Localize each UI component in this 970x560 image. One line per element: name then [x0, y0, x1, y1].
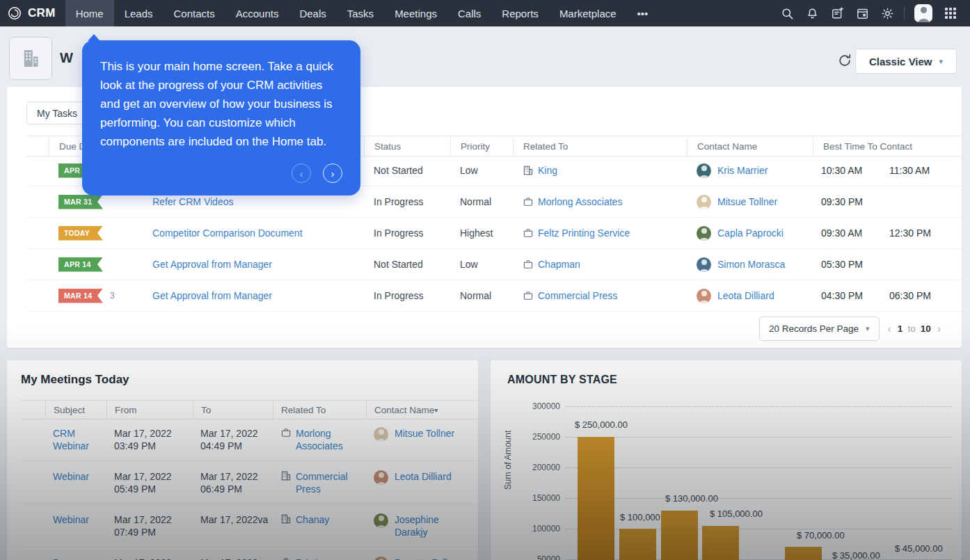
task-subject-link[interactable]: Refer CRM Videos	[152, 196, 233, 207]
tasks-filter-dropdown[interactable]: My Tasks	[26, 102, 88, 125]
related-to-link[interactable]: Commercial Press	[296, 470, 362, 495]
task-subject-link[interactable]: Get Approval from Manager	[152, 290, 272, 301]
task-priority-cell: Normal	[450, 290, 513, 301]
contact-name-link[interactable]: Leota Dilliard	[395, 470, 452, 483]
contact-name-link[interactable]: Mitsue Tollner	[717, 196, 777, 207]
tasks-column-header-priority[interactable]: Priority	[450, 136, 513, 156]
records-per-page-dropdown[interactable]: 20 Records Per Page ▾	[759, 317, 880, 341]
bar-value-label: $ 35,000.00	[832, 550, 880, 560]
pagination-prev-icon[interactable]: ‹	[886, 323, 893, 335]
task-related-to-cell: Feltz Printing Service	[513, 227, 687, 239]
meeting-subject-link[interactable]: Webinar	[53, 513, 89, 526]
contact-name-link[interactable]: Simon Morasca	[717, 259, 785, 270]
account-building-icon	[280, 470, 292, 481]
meeting-subject-link[interactable]: Webinar	[53, 470, 89, 483]
search-icon[interactable]	[774, 0, 800, 26]
meeting-to-cell: Mar 17, 2022va	[193, 504, 273, 547]
task-priority-cell: Low	[450, 165, 513, 176]
meetings-column-header-from[interactable]: From	[106, 401, 193, 419]
best-time-start: 05:30 PM	[821, 259, 889, 270]
nav-tab-tasks[interactable]: Tasks	[337, 0, 384, 26]
chart-bar[interactable]	[578, 437, 614, 560]
contact-name-link[interactable]: Capla Paprocki	[717, 227, 784, 239]
pagination-range-start: 1	[898, 323, 903, 334]
crm-brand[interactable]: CRM	[0, 0, 65, 26]
settings-gear-icon[interactable]	[875, 0, 900, 26]
contact-avatar	[374, 557, 388, 560]
related-to-link[interactable]: Chanay	[296, 513, 329, 526]
meetings-table-header: SubjectFromToRelated ToContact Name ▾	[21, 400, 478, 419]
meeting-subject-link[interactable]: Demo	[53, 557, 79, 560]
meetings-column-header-contact-name[interactable]: Contact Name ▾	[366, 401, 478, 419]
tour-prev-button[interactable]: ‹	[292, 163, 311, 183]
chart-bar[interactable]	[661, 511, 698, 560]
task-subject-cell: Get Approval from Manager	[143, 259, 364, 270]
tasks-column-header-best-time-to-contact[interactable]: Best Time To Contact	[813, 136, 962, 156]
tasks-column-header-status[interactable]: Status	[364, 136, 450, 156]
contact-name-link[interactable]: Mitsue Tollner	[395, 427, 454, 440]
nav-tab-calls[interactable]: Calls	[447, 0, 491, 26]
task-contact-cell: Kris Marrier	[687, 163, 813, 178]
pagination-next-icon[interactable]: ›	[936, 323, 942, 335]
nav-tab-marketplace[interactable]: Marketplace	[549, 0, 627, 26]
contact-name-link[interactable]: Leota Dilliard	[717, 290, 774, 301]
nav-tab-reports[interactable]: Reports	[491, 0, 549, 26]
bar-value-label: $ 70,000.00	[797, 530, 845, 541]
task-related-to-cell: Morlong Associates	[513, 196, 687, 207]
meetings-column-header-to[interactable]: To	[193, 401, 273, 419]
nav-tab-more[interactable]: •••	[627, 0, 659, 26]
apps-grid-icon[interactable]	[938, 0, 963, 26]
tour-next-button[interactable]: ›	[323, 163, 342, 183]
chart-bar[interactable]	[702, 526, 739, 560]
user-avatar[interactable]	[914, 4, 932, 22]
contact-name-link[interactable]: Kris Marrier	[717, 165, 768, 176]
nav-tab-accounts[interactable]: Accounts	[225, 0, 289, 26]
meetings-column-header-subject[interactable]: Subject	[45, 401, 106, 419]
contact-name-link[interactable]: Donette Foller	[395, 557, 456, 560]
task-due-cell: TODAY	[49, 226, 143, 241]
nav-tab-home[interactable]: Home	[65, 0, 114, 26]
related-to-link[interactable]: Printing	[296, 557, 328, 560]
sort-caret-icon: ▾	[434, 406, 438, 414]
notifications-bell-icon[interactable]	[800, 0, 825, 26]
meetings-column-header-related-to[interactable]: Related To	[273, 401, 366, 419]
chart-gridline	[566, 467, 952, 468]
nav-tab-meetings[interactable]: Meetings	[384, 0, 447, 26]
chart-bar[interactable]	[785, 547, 822, 560]
refresh-icon[interactable]	[837, 53, 852, 68]
related-to-link[interactable]: Chapman	[538, 259, 580, 270]
related-to-link[interactable]: King	[538, 165, 557, 176]
compose-note-icon[interactable]	[825, 0, 850, 26]
chart-y-tick-label: 250000	[491, 432, 560, 442]
view-selector-dropdown[interactable]: Classic View ▾	[855, 49, 957, 74]
meetings-table-body: CRM WebinarMar 17, 2022 03:49 PMMar 17, …	[21, 418, 478, 560]
due-date-badge: MAR 14	[58, 289, 103, 303]
task-row: MAR 143Get Approval from ManagerIn Progr…	[26, 280, 962, 312]
task-subject-link[interactable]: Competitor Comparison Document	[152, 227, 303, 239]
nav-tab-leads[interactable]: Leads	[114, 0, 164, 26]
contact-name-link[interactable]: Josephine Darakjy	[395, 513, 474, 538]
chart-bar[interactable]	[619, 529, 656, 560]
related-to-link[interactable]: Commercial Press	[538, 290, 617, 301]
related-to-link[interactable]: Morlong Associates	[538, 196, 622, 207]
task-subject-link[interactable]: Get Approval from Manager	[152, 259, 272, 270]
calendar-icon[interactable]	[850, 0, 875, 26]
chevron-down-icon: ▾	[866, 324, 870, 333]
nav-tab-contacts[interactable]: Contacts	[164, 0, 225, 26]
contact-avatar	[697, 195, 711, 209]
account-building-icon	[280, 513, 292, 525]
task-due-cell: APR 14	[49, 257, 143, 272]
nav-tab-deals[interactable]: Deals	[289, 0, 336, 26]
tasks-column-header-related-to[interactable]: Related To	[513, 136, 687, 156]
contact-avatar	[374, 513, 388, 528]
meeting-subject-link[interactable]: CRM Webinar	[53, 427, 102, 452]
related-to-link[interactable]: Feltz Printing Service	[538, 227, 630, 239]
contact-avatar	[374, 427, 388, 442]
meeting-subject-cell: Webinar	[45, 461, 106, 504]
meeting-subject-cell: Demo	[45, 547, 106, 560]
tasks-column-header-contact-name[interactable]: Contact Name	[687, 136, 813, 156]
meeting-row: WebinarMar 17, 2022 05:49 PMMar 17, 2022…	[21, 461, 478, 504]
due-date-badge: APR 14	[58, 257, 103, 272]
related-to-link[interactable]: Morlong Associates	[296, 427, 362, 452]
contact-avatar	[697, 226, 711, 241]
